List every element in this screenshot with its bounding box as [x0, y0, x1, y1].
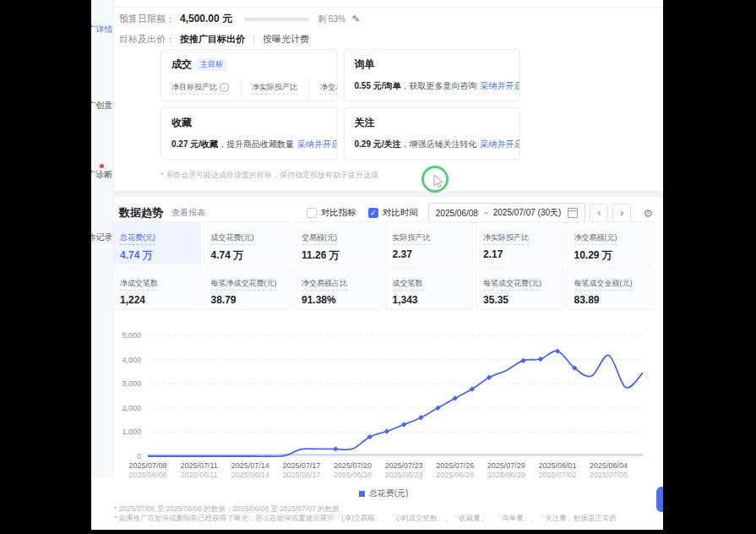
metric-value: 4.74 万 — [120, 248, 193, 263]
metric-card-5[interactable]: 净交易额(元)10.29 万0.00 — [567, 221, 655, 264]
gear-icon[interactable]: ⚙ — [643, 207, 653, 220]
goal-metric: 净实际投产比2.17 — [252, 78, 309, 101]
svg-text:0: 0 — [137, 452, 141, 460]
goal-card-grid: 成交主目标净目标投产比i2.45✎净实际投产比2.17净交易额(元)102946… — [160, 49, 520, 160]
metric-card-3[interactable]: 实际投产比2.370.00 — [385, 221, 474, 264]
metric-value: 4.74 万 — [211, 248, 285, 263]
metric-compare-value: 0 — [393, 308, 466, 310]
metric-card-9[interactable]: 成交笔数1,3430 — [385, 267, 474, 310]
budget-remaining: 剩 63% — [318, 14, 345, 25]
section-divider — [113, 191, 663, 197]
sidebar-item-record[interactable]: 操作记录 — [91, 228, 113, 243]
metric-card-2[interactable]: 交易额(元)11.26 万0.00 — [294, 221, 383, 264]
footnote-0: * 2025/07/08 至 2025/08/06 的数据；2025/06/08… — [114, 504, 617, 514]
metric-label: 每笔净成交花费(元) — [211, 278, 277, 291]
date-range-picker[interactable]: 2025/06/08 ~ 2025/07/07 (30天) — [428, 203, 586, 223]
adopt-and-enable-link[interactable]: 采纳并开启 — [297, 139, 337, 149]
prev-period-button[interactable]: ‹ — [590, 204, 608, 222]
svg-text:2025/07/29: 2025/07/29 — [487, 461, 525, 470]
metric-label: 成交笔数 — [393, 278, 423, 291]
compare-time-label: 对比时间 — [383, 207, 418, 219]
budget-row: 预算日限额： 4,500.00 元 剩 63% ✎ — [119, 12, 360, 26]
goal-benefit: ，获取更多意向咨询 — [401, 81, 477, 90]
trend-chart-wrap: 01,0002,0003,0004,0005,0002025/07/082025… — [112, 325, 655, 499]
svg-text:2025/07/20: 2025/07/20 — [334, 461, 372, 470]
metric-value: 35.35 — [483, 294, 557, 306]
svg-text:2025/07/11: 2025/07/11 — [180, 461, 217, 470]
svg-text:2025/06/29: 2025/06/29 — [487, 471, 525, 479]
sidebar-item-label: 操作记录 — [91, 232, 113, 243]
next-period-button[interactable]: › — [612, 204, 631, 222]
metric-label: 交易额(元) — [302, 232, 337, 245]
svg-text:4,000: 4,000 — [122, 356, 141, 364]
metric-card-4[interactable]: 净实际投产比2.170.00 — [476, 221, 564, 264]
notification-dot — [100, 164, 104, 168]
svg-text:2025/06/14: 2025/06/14 — [231, 471, 269, 479]
svg-text:2025/07/23: 2025/07/23 — [385, 461, 423, 470]
bidding-option-1[interactable]: 按曝光计费 — [263, 33, 309, 46]
metric-label: 净成交笔数 — [120, 278, 158, 291]
metric-card-11[interactable]: 每笔成交金额(元)83.890.00 — [567, 267, 655, 310]
metric-value: 1,343 — [393, 294, 466, 306]
metric-label: 实际投产比 — [393, 232, 431, 245]
goal-metric-value: 2.45✎ — [171, 99, 229, 101]
primary-goal-badge: 主目标 — [197, 58, 226, 71]
sidebar-item-detail[interactable]: 推广详情 — [91, 20, 113, 35]
goal-metrics: 净目标投产比i2.45✎净实际投产比2.17净交易额(元)102946.60 — [171, 78, 327, 101]
footnote-1: * 如果推广在暂停或删除前已经获得了曝光，那么在暂停或重建后展示「(净)交易额」… — [114, 514, 617, 523]
svg-text:2025/08/01: 2025/08/01 — [538, 461, 576, 470]
legend-swatch — [359, 491, 365, 497]
svg-text:2025/06/26: 2025/06/26 — [436, 471, 474, 479]
goal-title: 关注 — [355, 116, 375, 130]
mouse-cursor-icon — [433, 175, 445, 188]
metric-card-10[interactable]: 每笔成交花费(元)35.350.00 — [476, 267, 564, 310]
svg-text:2025/07/08: 2025/07/08 — [128, 461, 166, 470]
goal-price: 0.29 元/关注 — [355, 139, 401, 149]
feedback-edge-button[interactable] — [656, 487, 663, 512]
view-report-link[interactable]: 查看报表 — [171, 207, 205, 219]
svg-text:2025/06/08: 2025/06/08 — [128, 471, 166, 479]
metric-value: 11.26 万 — [302, 248, 375, 263]
svg-text:2025/06/11: 2025/06/11 — [180, 471, 217, 479]
metric-card-7[interactable]: 每笔净成交花费(元)38.790.00 — [204, 267, 292, 310]
bidding-tabs: 按推广目标出价按曝光计费 — [180, 33, 309, 46]
metric-card-1[interactable]: 成交花费(元)4.74 万0.00 — [204, 221, 292, 264]
metric-value: 38.79 — [211, 294, 285, 306]
checkbox-icon[interactable] — [307, 208, 317, 218]
compare-time-checkbox[interactable]: ✓ 对比时间 — [368, 207, 418, 219]
metric-compare-value: 0 — [120, 308, 193, 310]
sidebar-item-diagnosis[interactable]: 推广诊断 — [91, 166, 113, 181]
svg-text:2025/07/17: 2025/07/17 — [282, 461, 320, 470]
metric-label: 每笔成交金额(元) — [574, 278, 633, 291]
bidding-option-0[interactable]: 按推广目标出价 — [180, 33, 245, 46]
goal-benefit: ，增强店铺关注转化 — [401, 139, 477, 149]
calendar-icon — [568, 208, 578, 218]
adopt-and-enable-link[interactable]: 采纳并开启 — [481, 139, 520, 149]
chart-legend: 总花费(元) — [112, 488, 655, 499]
budget-progress-bar — [244, 18, 309, 21]
budget-edit-icon[interactable]: ✎ — [352, 14, 360, 25]
goal-note: * 系统会尽可能达成你设置的目标，保持稳定投放有助于提升达成 — [160, 170, 378, 181]
metric-card-0[interactable]: 总花费(元)4.74 万0.00 — [112, 221, 201, 264]
adopt-and-enable-link[interactable]: 采纳并开启 — [481, 81, 520, 90]
goal-description: 0.55 元/询单，获取更多意向咨询采纳并开启 — [355, 80, 510, 92]
trend-chart: 01,0002,0003,0004,0005,0002025/07/082025… — [112, 325, 655, 486]
metric-card-6[interactable]: 净成交笔数1,2240 — [112, 267, 201, 310]
edit-icon[interactable]: ✎ — [193, 99, 201, 101]
metric-value: 1,224 — [120, 294, 193, 306]
compare-metric-checkbox[interactable]: 对比指标 — [307, 207, 356, 219]
compare-metric-label: 对比指标 — [321, 207, 356, 219]
metric-card-8[interactable]: 净交易额占比91.38%0.00% — [294, 267, 383, 310]
sidebar-item-label: 推广详情 — [91, 24, 113, 35]
date-end: 2025/07/07 (30天) — [493, 207, 562, 219]
info-icon[interactable]: i — [220, 83, 229, 92]
svg-text:2025/07/14: 2025/07/14 — [231, 461, 269, 470]
metric-label: 净交易额占比 — [302, 278, 347, 291]
screen: 推广详情推广创意推广诊断操作记录 预算日限额： 4,500.00 元 剩 63%… — [0, 0, 756, 534]
sidebar-item-creative[interactable]: 推广创意 — [91, 96, 113, 112]
checkbox-icon[interactable]: ✓ — [368, 208, 378, 218]
metric-label: 每笔成交花费(元) — [483, 278, 541, 291]
svg-text:2025/08/04: 2025/08/04 — [590, 461, 628, 470]
goal-description: 0.29 元/关注，增强店铺关注转化采纳并开启 — [355, 139, 510, 150]
goal-price: 0.55 元/询单 — [355, 81, 401, 90]
